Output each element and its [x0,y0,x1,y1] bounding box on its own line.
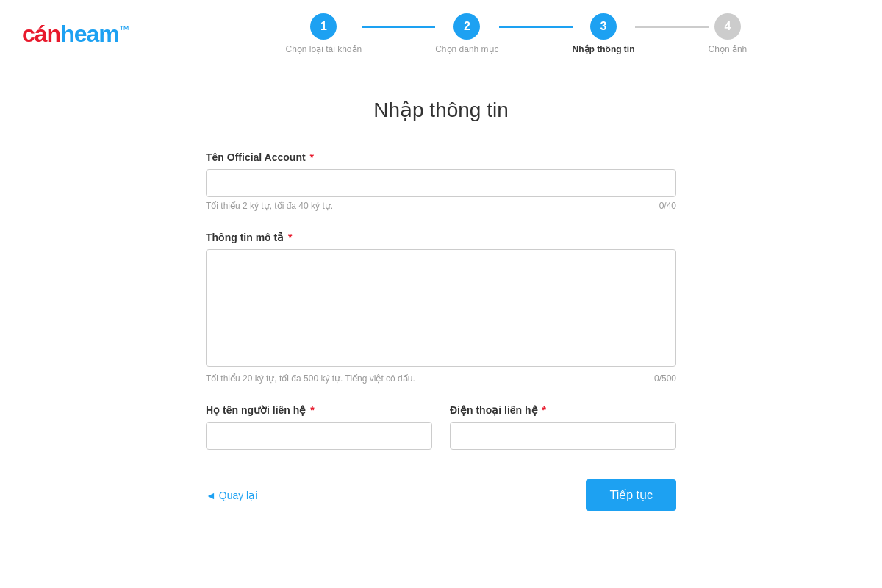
logo: cánheam™ [22,21,129,48]
contact-name-col: Họ tên người liên hệ * [206,404,432,450]
description-hint-row: Tối thiểu 20 ký tự, tối đa 500 ký tự. Ti… [206,373,676,384]
account-name-count: 0/40 [659,201,676,211]
step-2-label: Chọn danh mục [435,44,498,54]
description-count: 0/500 [654,373,676,384]
step-3: 3 Nhập thông tin [573,13,635,54]
step-2-circle: 2 [453,13,480,40]
continue-button[interactable]: Tiếp tục [586,479,676,511]
back-button[interactable]: ◄ Quay lại [206,490,257,501]
header: cánheam™ 1 Chọn loại tài khoản 2 Chọn da… [0,0,882,68]
logo-can: cán [22,21,60,47]
account-name-group: Tên Official Account * Tối thiểu 2 ký tự… [206,151,676,211]
step-4-label: Chọn ảnh [709,44,747,54]
step-1-circle: 1 [310,13,337,40]
logo-tm: ™ [119,24,129,35]
main-content: Nhập thông tin Tên Official Account * Tố… [191,68,691,555]
description-textarea[interactable] [206,249,676,367]
contact-phone-label: Điện thoại liên hệ * [450,404,676,416]
contact-phone-input[interactable] [450,422,676,450]
description-group: Thông tin mô tả * Tối thiểu 20 ký tự, tố… [206,232,676,384]
connector-3-4 [635,26,709,28]
step-3-label: Nhập thông tin [573,44,635,54]
account-name-input[interactable] [206,169,676,197]
contact-name-label: Họ tên người liên hệ * [206,404,432,416]
footer-actions: ◄ Quay lại Tiếp tục [206,479,676,511]
required-star-2: * [285,232,292,243]
required-star-1: * [307,151,314,163]
step-1: 1 Chọn loại tài khoản [285,13,362,54]
account-name-hint-row: Tối thiểu 2 ký tự, tối đa 40 ký tự. 0/40 [206,201,676,211]
step-1-label: Chọn loại tài khoản [285,44,362,54]
logo-text: cánheam™ [22,21,129,48]
contact-row: Họ tên người liên hệ * Điện thoại liên h… [206,404,676,450]
description-label: Thông tin mô tả * [206,232,676,243]
description-hint: Tối thiểu 20 ký tự, tối đa 500 ký tự. Ti… [206,373,415,384]
connector-1-2 [362,26,435,28]
contact-name-input[interactable] [206,422,432,450]
account-name-hint: Tối thiểu 2 ký tự, tối đa 40 ký tự. [206,201,333,211]
contact-phone-col: Điện thoại liên hệ * [450,404,676,450]
page-title: Nhập thông tin [206,98,676,122]
logo-heam: eam [74,21,119,47]
step-2: 2 Chọn danh mục [435,13,498,54]
stepper-container: 1 Chọn loại tài khoản 2 Chọn danh mục 3 … [129,13,860,54]
step-4: 4 Chọn ảnh [709,13,747,54]
step-4-circle: 4 [714,13,741,40]
connector-2-3 [499,26,573,28]
account-name-label: Tên Official Account * [206,151,676,163]
logo-dot: h [60,21,74,47]
required-star-3: * [307,404,314,416]
required-star-4: * [539,404,546,416]
step-3-circle: 3 [590,13,617,40]
stepper: 1 Chọn loại tài khoản 2 Chọn danh mục 3 … [285,13,747,54]
